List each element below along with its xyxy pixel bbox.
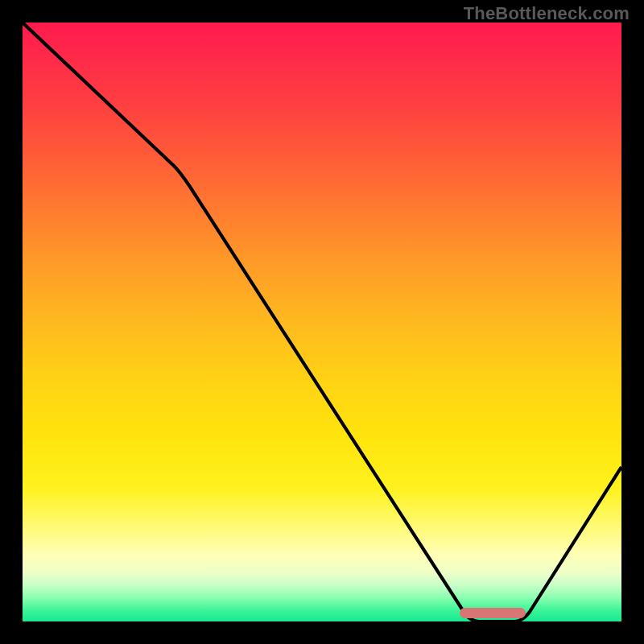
chart-frame: TheBottleneck.com bbox=[0, 0, 644, 644]
curve-layer bbox=[23, 23, 621, 621]
optimal-range-marker bbox=[460, 608, 526, 618]
plot-area bbox=[23, 23, 621, 621]
watermark-text: TheBottleneck.com bbox=[464, 3, 630, 24]
bottleneck-curve-path bbox=[23, 23, 621, 621]
